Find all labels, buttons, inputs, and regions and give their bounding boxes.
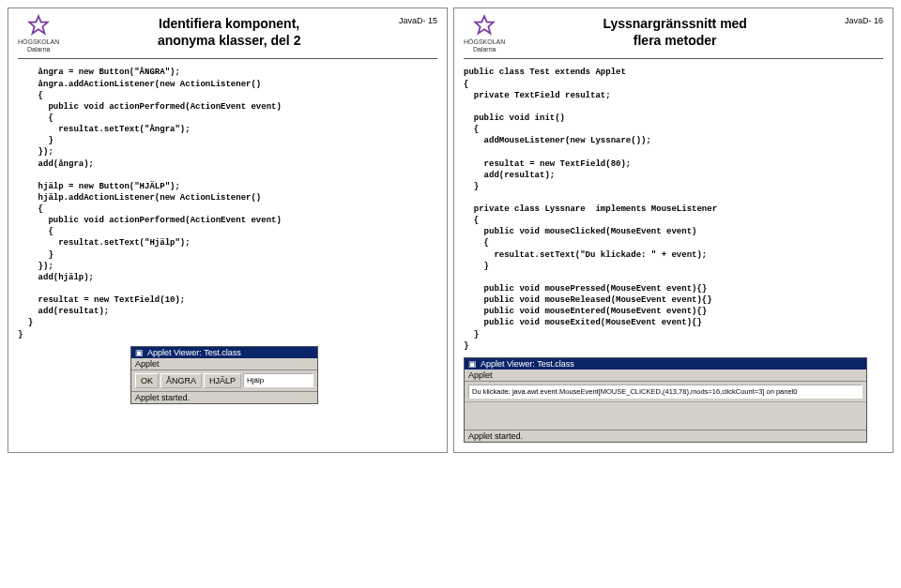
applet-icon: ▣ [135,348,144,357]
slide-header: HÖGSKOLAN Dalarna Identifiera komponent,… [18,14,437,53]
applet-menu-item[interactable]: Applet [135,359,160,369]
slide-title: Identifiera komponent, anonyma klasser, … [65,16,393,49]
divider [18,58,437,59]
svg-marker-0 [29,16,48,33]
logo-line2: Dalarna [27,46,51,53]
slide-number: JavaD- 15 [399,14,437,25]
applet-titlebar: ▣ Applet Viewer: Test.class [465,358,866,369]
slide-title: Lyssnargränssnitt med flera metoder [511,16,839,49]
slide-right: HÖGSKOLAN Dalarna Lyssnargränssnitt med … [453,8,893,453]
applet-title: Applet Viewer: Test.class [147,348,241,357]
applet-viewer: ▣ Applet Viewer: Test.class Applet Du kl… [464,357,867,443]
slides-container: HÖGSKOLAN Dalarna Identifiera komponent,… [8,8,893,453]
slide-number: JavaD- 16 [845,14,883,25]
star-icon [472,14,496,38]
applet-empty-area[interactable] [465,401,866,430]
title-block: Identifiera komponent, anonyma klasser, … [65,14,393,49]
title-block: Lyssnargränssnitt med flera metoder [511,14,839,49]
applet-viewer: ▣ Applet Viewer: Test.class Applet OK ÅN… [130,346,318,404]
star-icon [26,14,51,38]
applet-body: OK ÅNGRA HJÄLP Hjälp [131,370,317,391]
ok-button[interactable]: OK [135,373,159,388]
slide-header: HÖGSKOLAN Dalarna Lyssnargränssnitt med … [464,14,883,53]
svg-marker-1 [475,16,494,33]
applet-status: Applet started. [465,430,866,442]
code-block: public class Test extends Applet { priva… [464,67,883,352]
logo-line1: HÖGSKOLAN [18,38,59,46]
hjalp-button[interactable]: HJÄLP [204,373,241,388]
applet-title: Applet Viewer: Test.class [481,359,574,369]
slide-left: HÖGSKOLAN Dalarna Identifiera komponent,… [8,8,448,453]
applet-menubar: Applet [131,358,317,370]
divider [464,58,883,59]
applet-status: Applet started. [131,391,317,403]
applet-menubar: Applet [465,369,866,382]
applet-titlebar: ▣ Applet Viewer: Test.class [131,347,317,358]
applet-menu-item[interactable]: Applet [468,370,493,380]
logo: HÖGSKOLAN Dalarna [18,14,59,53]
logo: HÖGSKOLAN Dalarna [464,14,505,53]
applet-body: Du klickade: java.awt.event.MouseEvent[M… [465,382,866,401]
result-field[interactable]: Du klickade: java.awt.event.MouseEvent[M… [468,384,863,399]
angra-button[interactable]: ÅNGRA [160,373,202,388]
applet-icon: ▣ [468,359,477,369]
result-field[interactable]: Hjälp [243,373,313,387]
logo-line1: HÖGSKOLAN [464,38,505,46]
logo-line2: Dalarna [473,46,496,53]
code-block: ångra = new Button("ÅNGRA"); ångra.addAc… [18,67,437,339]
